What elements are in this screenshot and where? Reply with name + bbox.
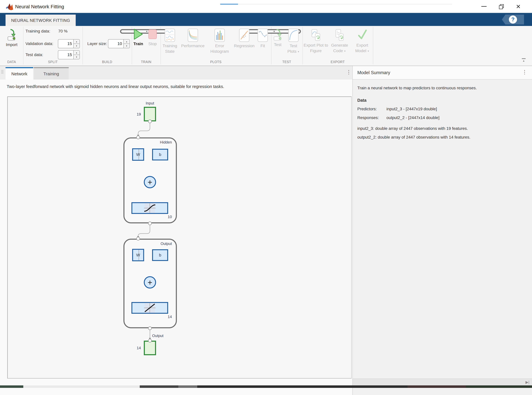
section-label-build: BUILD <box>96 60 119 64</box>
network-diagram-canvas: Input 19 Hidden W b + <box>7 96 352 379</box>
stop-button[interactable]: Stop <box>147 28 158 47</box>
app-window: Neural Network Fitting × NEURAL NETWORK … <box>0 0 532 395</box>
kebab-icon: ⋮ <box>346 69 351 75</box>
generate-code-label: Generate Code▼ <box>329 43 350 54</box>
taskbar-sliver-segment <box>178 385 197 388</box>
section-label-data: DATA <box>3 60 20 64</box>
linear-icon <box>143 303 157 313</box>
spin-down-button[interactable]: ▼ <box>74 44 80 48</box>
test-data-spinner[interactable]: 15 ▲ ▼ <box>58 50 80 59</box>
section-label-split: SPLIT <box>41 60 64 64</box>
test-button[interactable]: Test <box>272 28 284 48</box>
export-plot-button[interactable]: Export Plot to Figure <box>302 28 330 54</box>
diagram-connectors <box>8 97 351 378</box>
error-histogram-label: Error Histogram <box>209 43 231 54</box>
spin-up-button[interactable]: ▲ <box>74 39 80 44</box>
minimize-button[interactable] <box>478 0 490 13</box>
artifact-line <box>238 4 452 4</box>
collapse-arrow-icon: ▲ <box>522 59 525 62</box>
validation-data-spinner[interactable]: 15 ▲ ▼ <box>58 39 80 48</box>
export-model-label: Export Model▼ <box>354 43 371 54</box>
model-summary-menu-button[interactable]: ⋮ <box>522 70 527 75</box>
train-button[interactable]: Train ▼ <box>132 28 145 47</box>
generate-code-button[interactable]: Generate Code▼ <box>329 28 350 54</box>
output-layer-label: Output <box>147 241 172 246</box>
sigmoid-icon <box>143 203 157 213</box>
hidden-b-label: b <box>159 152 161 157</box>
training-state-button[interactable]: Training State <box>160 28 180 54</box>
output-b-label: b <box>159 253 161 258</box>
output-size-label: 14 <box>162 315 172 319</box>
model-summary-header: Model Summary ⋮ <box>353 66 532 80</box>
document-tab-strip: Network Training ⋮ <box>0 66 352 80</box>
hidden-sum-node: + <box>144 176 156 188</box>
spinner-buttons: ▲ ▼ <box>124 39 129 48</box>
input-node-label: Input <box>141 101 159 105</box>
performance-label: Performance <box>181 43 204 49</box>
skip-to-end-icon[interactable]: ▶| <box>526 380 529 384</box>
layer-size-spinner[interactable]: 10 ▲ ▼ <box>108 39 130 48</box>
layer-size-input[interactable]: 10 <box>108 39 124 48</box>
hidden-weights-box: W <box>132 148 144 161</box>
test-data-input[interactable]: 15 <box>58 50 73 59</box>
output-node <box>144 341 156 355</box>
ribbon-tab-strip: NEURAL NETWORK FITTING ? <box>0 13 532 26</box>
collapse-ribbon-icon <box>522 58 526 59</box>
output-bias-box: b <box>152 249 168 261</box>
import-label: Import <box>6 42 17 48</box>
data-heading: Data <box>357 98 366 103</box>
section-divider <box>82 27 83 64</box>
responses-value: output2_2 - [2447x14 double] <box>387 115 439 120</box>
output-sum-node: + <box>144 276 156 289</box>
title-bar: Neural Network Fitting × <box>0 0 532 13</box>
import-icon <box>6 28 17 41</box>
tab-training[interactable]: Training <box>34 67 69 80</box>
output-w-label: W <box>136 253 140 258</box>
test-plots-icon <box>288 28 299 42</box>
play-icon <box>134 28 143 40</box>
validation-data-input[interactable]: 15 <box>58 39 73 48</box>
taskbar-sliver-segment <box>0 385 23 388</box>
input-size-label: 19 <box>132 112 141 116</box>
hidden-size-label: 10 <box>162 215 172 219</box>
panel-grip-handle[interactable] <box>1 70 4 74</box>
test-data-label: Test data: <box>26 52 43 57</box>
export-plot-icon <box>310 28 321 41</box>
export-plot-label: Export Plot to Figure <box>302 43 330 54</box>
error-histogram-button[interactable]: Error Histogram <box>209 28 231 54</box>
fit-button[interactable]: Fit <box>258 28 267 49</box>
panel-scrollbar[interactable]: ▶| <box>353 379 532 385</box>
predictors-value: input2_3 - [2447x19 double] <box>387 107 437 111</box>
spin-down-button[interactable]: ▼ <box>124 44 129 48</box>
help-button[interactable]: ? <box>502 15 524 24</box>
minimize-icon <box>481 6 487 7</box>
hidden-bias-box: b <box>152 149 168 160</box>
training-data-value: 70 % <box>58 29 68 33</box>
document-options-menu-button[interactable]: ⋮ <box>346 70 351 75</box>
tab-network[interactable]: Network <box>5 67 33 80</box>
error-histogram-icon <box>215 28 225 42</box>
test-plots-label: Test Plots▼ <box>285 43 301 55</box>
performance-button[interactable]: Performance <box>179 28 207 49</box>
spin-up-button[interactable]: ▲ <box>74 50 80 55</box>
close-button[interactable]: × <box>512 0 525 13</box>
restore-button[interactable] <box>494 0 508 13</box>
tab-neural-network-fitting[interactable]: NEURAL NETWORK FITTING <box>5 15 76 26</box>
spinner-buttons: ▲ ▼ <box>73 39 80 48</box>
regression-button[interactable]: Regression <box>233 28 256 49</box>
section-divider <box>23 27 23 64</box>
test-plots-button[interactable]: Test Plots▼ <box>285 28 301 55</box>
matlab-logo-icon <box>5 3 13 11</box>
responses-label: Responses: <box>357 115 379 120</box>
close-icon: × <box>516 3 521 10</box>
responses-note: output2_2: double array of 2447 observat… <box>357 135 470 140</box>
spin-up-button[interactable]: ▲ <box>124 39 129 44</box>
network-view: Two-layer feedforward network with sigmo… <box>0 80 352 395</box>
export-model-button[interactable]: Export Model▼ <box>354 28 371 54</box>
section-divider <box>373 27 373 64</box>
collapse-ribbon-button[interactable]: ▲ <box>521 58 527 62</box>
spin-down-button[interactable]: ▼ <box>74 55 80 59</box>
taskbar-sliver-segment <box>197 385 408 388</box>
import-button[interactable]: Import ▼ <box>4 28 19 48</box>
fit-label: Fit <box>260 43 265 49</box>
